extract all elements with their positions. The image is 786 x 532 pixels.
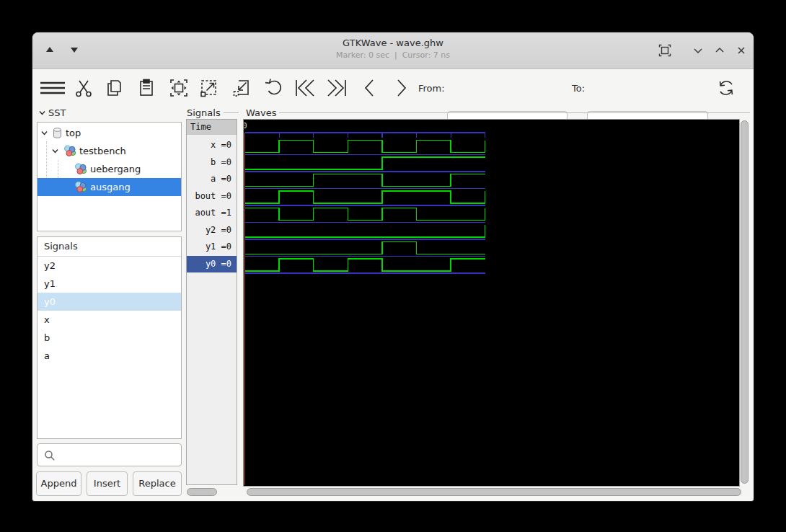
replace-button[interactable]: Replace xyxy=(133,471,182,496)
insert-button[interactable]: Insert xyxy=(87,471,128,496)
waveform-y0 xyxy=(245,259,485,271)
tree-item-label: uebergang xyxy=(90,164,141,174)
wave-name-y2[interactable]: y2 =0 xyxy=(187,222,237,239)
sst-expander[interactable]: SST xyxy=(38,107,66,118)
signals-list: Signals y2y1y0xba xyxy=(37,236,182,439)
window-title: GTKWave - wave.ghw xyxy=(32,37,754,48)
tree-item-ausgang[interactable]: ausgang xyxy=(37,178,181,196)
copy-icon[interactable] xyxy=(103,77,125,99)
next-edge-icon[interactable] xyxy=(392,77,410,99)
waveform-y2 xyxy=(245,225,485,237)
waveform-x xyxy=(245,141,485,153)
waves-frame-label: Waves xyxy=(246,107,750,118)
signal-list-item-b[interactable]: b xyxy=(37,329,181,347)
signal-list-item-a[interactable]: a xyxy=(37,347,181,365)
signal-list-item-y2[interactable]: y2 xyxy=(37,257,181,275)
chevron-down-icon xyxy=(40,129,48,137)
waveform-a xyxy=(245,174,485,187)
time-origin-label: 0 xyxy=(244,121,247,130)
module-icon xyxy=(74,163,87,175)
wave-name-a[interactable]: a =0 xyxy=(187,171,237,187)
search-icon xyxy=(44,450,56,461)
cut-icon[interactable] xyxy=(73,77,94,99)
reload-icon[interactable] xyxy=(715,77,737,99)
wave-name-b[interactable]: b =0 xyxy=(187,154,237,171)
waveform-b xyxy=(245,157,485,169)
fit-window-icon[interactable] xyxy=(658,44,671,57)
tree-item-testbench[interactable]: testbench xyxy=(37,142,181,160)
signals-frame-label: Signals xyxy=(187,107,239,118)
close-icon[interactable] xyxy=(735,44,748,57)
waveform-bout xyxy=(245,191,485,203)
from-label: From: xyxy=(418,83,445,94)
titlebar[interactable]: GTKWave - wave.ghw Marker: 0 sec | Curso… xyxy=(32,32,754,69)
zoom-in-icon[interactable] xyxy=(231,77,252,99)
wave-horizontal-scrollbar[interactable] xyxy=(247,488,741,496)
to-label: To: xyxy=(572,83,585,94)
paste-icon[interactable] xyxy=(136,77,157,99)
module-icon xyxy=(63,145,76,157)
wave-name-x[interactable]: x =0 xyxy=(187,137,237,154)
module-icon xyxy=(74,181,87,193)
signal-list-item-x[interactable]: x xyxy=(37,311,181,329)
time-header[interactable]: Time xyxy=(187,120,237,135)
wave-name-y0[interactable]: y0 =0 xyxy=(187,256,237,272)
search-input[interactable] xyxy=(37,443,182,466)
waveform-y1 xyxy=(245,242,485,254)
gtkwave-window: GTKWave - wave.ghw Marker: 0 sec | Curso… xyxy=(32,32,754,501)
wave-vertical-scrollbar[interactable] xyxy=(741,120,749,484)
marker-cursor-status: Marker: 0 sec | Cursor: 7 ns xyxy=(32,50,754,60)
wave-name-aout[interactable]: aout =1 xyxy=(187,205,237,221)
signal-list-item-y1[interactable]: y1 xyxy=(37,275,181,293)
tree-item-label: ausgang xyxy=(90,182,131,192)
minimize-icon[interactable] xyxy=(692,44,705,57)
cylinder-icon xyxy=(52,127,63,139)
prev-edge-icon[interactable] xyxy=(361,77,379,99)
maximize-icon[interactable] xyxy=(713,44,726,57)
signals-list-header: Signals xyxy=(37,237,181,257)
append-button[interactable]: Append xyxy=(36,471,81,496)
zoom-fit-icon[interactable] xyxy=(168,77,190,99)
sst-label: SST xyxy=(48,107,66,118)
signal-list-item-y0[interactable]: y0 xyxy=(37,293,181,311)
goto-end-icon[interactable] xyxy=(325,77,348,99)
chevron-down-icon xyxy=(38,109,46,117)
zoom-out-icon[interactable] xyxy=(198,77,220,99)
waveform-aout xyxy=(245,208,485,221)
wave-name-bout[interactable]: bout =0 xyxy=(187,188,237,205)
names-horizontal-scrollbar[interactable] xyxy=(187,488,217,496)
tree-item-uebergang[interactable]: uebergang xyxy=(37,160,181,178)
menu-icon[interactable] xyxy=(40,77,65,99)
tree-item-top[interactable]: top xyxy=(37,124,181,142)
wave-name-y1[interactable]: y1 =0 xyxy=(187,239,237,255)
goto-start-icon[interactable] xyxy=(293,77,317,99)
wave-display[interactable]: 0 xyxy=(243,119,740,487)
chevron-down-icon xyxy=(51,147,59,155)
toolbar: From: 0 sec To: 7 ns xyxy=(32,69,754,107)
undo-icon[interactable] xyxy=(263,77,285,99)
sst-tree: toptestbenchuebergangausgang xyxy=(37,122,182,231)
tree-item-label: testbench xyxy=(79,146,126,156)
tree-item-label: top xyxy=(66,128,81,138)
signal-names-panel: Time x =0b =0a =0bout =0aout =1y2 =0y1 =… xyxy=(186,119,237,485)
